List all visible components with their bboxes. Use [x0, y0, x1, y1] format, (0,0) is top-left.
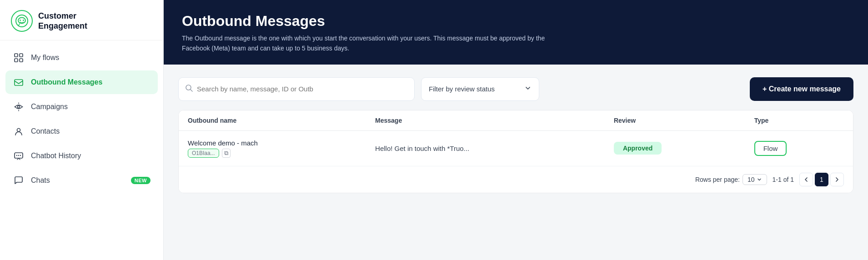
search-box[interactable]: [178, 77, 415, 101]
sidebar-item-chatbot-history[interactable]: Chatbot History: [5, 144, 158, 168]
content-area: Filter by review status + Create new mes…: [164, 65, 868, 260]
col-type: Type: [745, 110, 853, 131]
copy-icon[interactable]: ⧉: [222, 149, 231, 158]
page-description: The Outbound message is the one with whi…: [182, 33, 555, 54]
sidebar-item-label: My flows: [31, 54, 59, 62]
rows-per-page-value: 10: [748, 176, 755, 183]
outbound-name-main: Welcome demo - mach: [188, 139, 357, 147]
new-badge: NEW: [131, 177, 151, 184]
page-1-button[interactable]: 1: [815, 173, 828, 186]
search-icon: [185, 84, 193, 94]
sidebar-item-contacts[interactable]: Contacts: [5, 120, 158, 143]
page-title: Outbound Messages: [182, 13, 850, 30]
table-header-row: Outbound name Message Review Type: [179, 110, 853, 131]
page-nav: 1: [799, 173, 844, 186]
sidebar-logo: Customer Engagement: [0, 0, 163, 40]
col-outbound-name: Outbound name: [179, 110, 366, 131]
svg-rect-4: [15, 54, 18, 57]
chats-icon: [13, 175, 25, 186]
outbound-name-cell: Welcome demo - mach O1BIaa... ⧉: [179, 130, 366, 166]
next-page-button[interactable]: [830, 173, 844, 186]
sidebar-item-chats[interactable]: Chats NEW: [5, 169, 158, 192]
sidebar-item-campaigns[interactable]: Campaigns: [5, 95, 158, 119]
toolbar: Filter by review status + Create new mes…: [178, 77, 853, 101]
app-logo-icon: [11, 10, 33, 32]
messages-table: Outbound name Message Review Type Welcom…: [178, 110, 853, 193]
sidebar-item-my-flows[interactable]: My flows: [5, 46, 158, 70]
prev-page-button[interactable]: [799, 173, 813, 186]
type-cell: Flow: [745, 130, 853, 166]
status-badge: Approved: [614, 142, 662, 155]
flows-icon: [13, 52, 25, 64]
sidebar: Customer Engagement My flows: [0, 0, 164, 260]
outbound-id-row: O1BIaa... ⧉: [188, 149, 357, 158]
chatbot-icon: [13, 150, 25, 162]
sidebar-nav: My flows Outbound Messages Campaigns: [0, 40, 163, 260]
type-value: Flow: [754, 141, 787, 156]
svg-rect-8: [15, 80, 23, 85]
search-input[interactable]: [197, 85, 408, 93]
chevron-down-icon: [524, 85, 532, 93]
outbound-icon: [13, 76, 25, 88]
header-banner: Outbound Messages The Outbound message i…: [164, 0, 868, 65]
svg-point-14: [20, 155, 21, 156]
svg-rect-6: [15, 59, 18, 62]
filter-dropdown[interactable]: Filter by review status: [421, 77, 539, 101]
sidebar-item-label: Chatbot History: [31, 152, 81, 160]
col-message: Message: [366, 110, 605, 131]
sidebar-item-label: Contacts: [31, 127, 60, 135]
rows-per-page-select[interactable]: 10: [743, 174, 767, 185]
rows-per-page: Rows per page: 10: [695, 174, 767, 185]
svg-point-9: [18, 106, 20, 108]
main-content: Outbound Messages The Outbound message i…: [164, 0, 868, 260]
svg-point-12: [16, 155, 17, 156]
svg-rect-5: [20, 54, 23, 57]
sidebar-item-label: Campaigns: [31, 103, 68, 111]
svg-rect-7: [20, 59, 23, 62]
campaigns-icon: [13, 101, 25, 113]
svg-point-2: [20, 20, 21, 21]
create-message-button[interactable]: + Create new message: [750, 77, 853, 101]
outbound-id: O1BIaa...: [188, 149, 219, 158]
svg-point-3: [23, 20, 24, 21]
filter-label: Filter by review status: [429, 85, 495, 93]
sidebar-item-outbound-messages[interactable]: Outbound Messages: [5, 70, 158, 94]
contacts-icon: [13, 125, 25, 137]
pagination-row: Rows per page: 10 1-1 of 1: [179, 166, 853, 193]
sidebar-item-label: Outbound Messages: [31, 78, 102, 86]
rows-per-page-label: Rows per page:: [695, 176, 740, 183]
app-name: Customer Engagement: [38, 11, 87, 31]
message-cell: Hello! Get in touch with *Truo...: [366, 130, 605, 166]
svg-point-13: [18, 155, 19, 156]
review-cell: Approved: [605, 130, 745, 166]
page-info: 1-1 of 1: [773, 176, 794, 183]
sidebar-item-label: Chats: [31, 176, 50, 185]
svg-point-10: [17, 129, 20, 132]
table-row: Welcome demo - mach O1BIaa... ⧉ Hello! G…: [179, 130, 853, 166]
table-scroll[interactable]: Outbound name Message Review Type Welcom…: [179, 110, 853, 166]
col-review: Review: [605, 110, 745, 131]
